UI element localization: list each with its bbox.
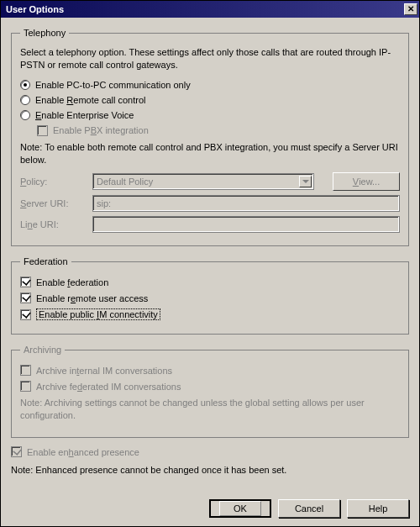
server-uri-label: Server URI: [20, 198, 87, 208]
checkbox-icon [20, 277, 31, 287]
checkbox-label: Enable public IM connectivity [36, 308, 160, 320]
checkbox-icon [11, 446, 22, 457]
line-uri-row: Line URI: [20, 216, 400, 233]
federation-legend: Federation [20, 256, 71, 266]
checkbox-label: Archive federated IM conversations [36, 382, 181, 392]
radio-label: Enable PC-to-PC communication only [35, 80, 191, 90]
checkbox-icon [20, 365, 31, 376]
checkbox-label: Enable remote user access [36, 293, 148, 303]
ok-button[interactable]: OK [209, 499, 271, 518]
checkbox-archive-internal: Archive internal IM conversations [20, 365, 400, 376]
titlebar: User Options ✕ [1, 1, 419, 18]
checkbox-label: Enable federation [36, 277, 108, 287]
checkbox-archive-federated: Archive federated IM conversations [20, 381, 400, 392]
dialog-body: Telephony Select a telephony option. The… [1, 18, 419, 526]
radio-remote-call-control[interactable]: Enable Remote call control [20, 95, 400, 105]
line-uri-input [92, 216, 400, 233]
checkbox-icon [20, 381, 31, 392]
federation-group: Federation Enable federation Enable remo… [11, 256, 409, 335]
radio-label: Enable Enterprise Voice [35, 110, 134, 120]
checkbox-icon [20, 292, 31, 303]
checkbox-enhanced-presence: Enable enhanced presence [11, 446, 409, 457]
archiving-group: Archiving Archive internal IM conversati… [11, 345, 409, 438]
telephony-note: Note: To enable both remote call control… [20, 141, 400, 166]
view-button: View... [333, 172, 400, 191]
window-title: User Options [6, 4, 64, 14]
radio-pc-to-pc[interactable]: Enable PC-to-PC communication only [20, 80, 400, 90]
chevron-down-icon [299, 176, 312, 187]
policy-row: Policy: Default Policy View... [20, 172, 400, 191]
dialog-button-bar: OK Cancel Help [11, 496, 409, 518]
checkbox-icon [37, 125, 48, 136]
enhanced-presence-note: Note: Enhanced presence cannot be change… [11, 464, 409, 476]
checkbox-icon [20, 309, 31, 320]
user-options-window: User Options ✕ Telephony Select a teleph… [0, 0, 420, 527]
cancel-button[interactable]: Cancel [278, 499, 340, 518]
checkbox-enable-public-im[interactable]: Enable public IM connectivity [20, 308, 400, 320]
help-button[interactable]: Help [347, 499, 409, 518]
radio-label: Enable Remote call control [35, 95, 145, 105]
close-icon: ✕ [407, 5, 414, 13]
policy-label: Policy: [20, 177, 87, 187]
radio-icon [20, 110, 30, 120]
checkbox-label: Archive internal IM conversations [36, 366, 172, 376]
telephony-legend: Telephony [20, 28, 69, 38]
server-uri-row: Server URI: sip: [20, 195, 400, 212]
checkbox-enable-remote-user-access[interactable]: Enable remote user access [20, 292, 400, 303]
checkbox-pbx-integration: Enable PBX integration [37, 125, 400, 136]
close-button[interactable]: ✕ [404, 3, 417, 15]
checkbox-enable-federation[interactable]: Enable federation [20, 277, 400, 287]
radio-enterprise-voice[interactable]: Enable Enterprise Voice [20, 110, 400, 120]
checkbox-label: Enable enhanced presence [27, 447, 139, 457]
policy-value: Default Policy [97, 177, 153, 187]
telephony-group: Telephony Select a telephony option. The… [11, 28, 409, 246]
line-uri-label: Line URI: [20, 219, 87, 229]
archiving-note: Note: Archiving settings cannot be chang… [20, 397, 400, 422]
checkbox-label: Enable PBX integration [53, 125, 149, 135]
telephony-description: Select a telephony option. These setting… [20, 46, 400, 71]
server-uri-input: sip: [92, 195, 400, 212]
radio-icon [20, 80, 30, 90]
radio-icon [20, 95, 30, 105]
archiving-legend: Archiving [20, 345, 65, 355]
policy-combo: Default Policy [92, 173, 314, 190]
